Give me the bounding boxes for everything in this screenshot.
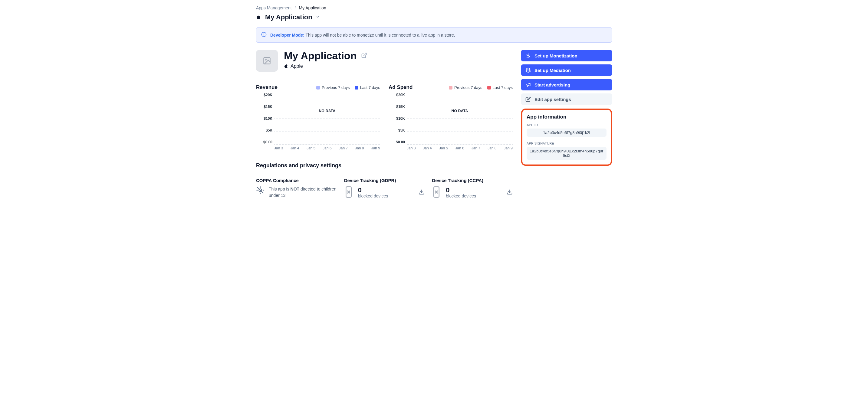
- blocked-label: blocked devices: [446, 194, 476, 198]
- no-data-label: NO DATA: [452, 109, 468, 113]
- x-axis: Jan 3 Jan 4 Jan 5 Jan 6 Jan 7 Jan 8 Jan …: [274, 146, 380, 150]
- legend-previous: Previous 7 days: [316, 85, 350, 90]
- developer-mode-banner: Developer Mode: This app will not be abl…: [256, 27, 612, 43]
- no-data-label: NO DATA: [319, 109, 336, 113]
- platform-label: Apple: [290, 64, 303, 69]
- legend-last: Last 7 days: [487, 85, 513, 90]
- banner-title: Developer Mode:: [270, 33, 305, 37]
- apple-icon: [284, 64, 288, 68]
- app-id-value[interactable]: 1a2b3c4d5e6f7g8h9i0j1k2l: [527, 129, 607, 137]
- svg-line-5: [364, 53, 366, 56]
- dollar-icon: [525, 53, 531, 58]
- chevron-down-icon: [316, 15, 319, 20]
- layers-icon: [525, 67, 531, 73]
- gdpr-title: Device Tracking (GDPR): [344, 178, 425, 183]
- legend-last: Last 7 days: [355, 85, 380, 90]
- svg-marker-21: [526, 68, 531, 70]
- app-thumbnail: [256, 50, 278, 72]
- external-link-icon[interactable]: [361, 52, 367, 59]
- page-title-row[interactable]: My Application: [256, 13, 612, 21]
- chart-revenue: Revenue Previous 7 days Last 7 days $20K…: [256, 85, 380, 150]
- setup-monetization-button[interactable]: Set up Monetization: [521, 50, 612, 61]
- coppa-text: This app is NOT directed to children und…: [269, 186, 337, 199]
- breadcrumb-separator: /: [295, 5, 296, 10]
- chart-grid: [407, 93, 513, 144]
- chart-adspend-title: Ad Spend: [389, 85, 412, 91]
- start-advertising-button[interactable]: Start advertising: [521, 79, 612, 91]
- coppa-title: COPPA Compliance: [256, 178, 337, 183]
- megaphone-icon: [525, 82, 531, 88]
- blocked-count: 0: [446, 187, 476, 194]
- ccpa-card: Device Tracking (CCPA) 0 blocked devices: [432, 178, 513, 199]
- coppa-card: COPPA Compliance This app is NOT directe…: [256, 178, 337, 199]
- download-icon[interactable]: [418, 189, 425, 196]
- gdpr-card: Device Tracking (GDPR) 0 blocked devices: [344, 178, 425, 199]
- app-information-box: App information APP ID 1a2b3c4d5e6f7g8h9…: [521, 108, 612, 166]
- breadcrumb-leaf: My Application: [299, 5, 326, 10]
- chart-adspend: Ad Spend Previous 7 days Last 7 days $20…: [389, 85, 513, 150]
- download-icon[interactable]: [507, 189, 513, 196]
- chart-revenue-title: Revenue: [256, 85, 278, 91]
- app-signature-label: APP SIGNATURE: [527, 141, 607, 145]
- page-title: My Application: [265, 13, 312, 21]
- y-axis: $20K $15K $10K $5K $0.00: [389, 93, 405, 144]
- image-icon: [263, 57, 271, 65]
- svg-line-7: [257, 188, 263, 193]
- app-signature-value[interactable]: 1a2b3c4d5e6f7g8h9i0j1k2l3m4n5o6p7q8r9s0t: [527, 147, 607, 160]
- legend-previous: Previous 7 days: [449, 85, 483, 90]
- breadcrumb: Apps Management / My Application: [256, 5, 612, 10]
- device-blocked-icon: [344, 186, 353, 199]
- device-blocked-icon: [432, 186, 441, 199]
- app-info-title: App information: [527, 114, 607, 120]
- app-platform: Apple: [284, 64, 367, 69]
- edit-app-settings-button[interactable]: Edit app settings: [521, 94, 612, 105]
- info-icon: [261, 32, 267, 38]
- banner-message: This app will not be able to monetize un…: [305, 33, 455, 37]
- edit-icon: [525, 97, 531, 102]
- regulations-title: Regulations and privacy settings: [256, 162, 513, 169]
- setup-mediation-button[interactable]: Set up Mediation: [521, 64, 612, 76]
- app-id-label: APP ID: [527, 123, 607, 127]
- apple-icon: [256, 14, 261, 20]
- x-axis: Jan 3 Jan 4 Jan 5 Jan 6 Jan 7 Jan 8 Jan …: [407, 146, 513, 150]
- blocked-label: blocked devices: [358, 194, 388, 198]
- coppa-icon: [256, 186, 265, 195]
- svg-point-4: [265, 59, 266, 60]
- y-axis: $20K $15K $10K $5K $0.00: [256, 93, 272, 144]
- ccpa-title: Device Tracking (CCPA): [432, 178, 513, 183]
- app-title: My Application: [284, 50, 357, 62]
- chart-grid: [274, 93, 380, 144]
- breadcrumb-root[interactable]: Apps Management: [256, 5, 292, 10]
- blocked-count: 0: [358, 187, 388, 194]
